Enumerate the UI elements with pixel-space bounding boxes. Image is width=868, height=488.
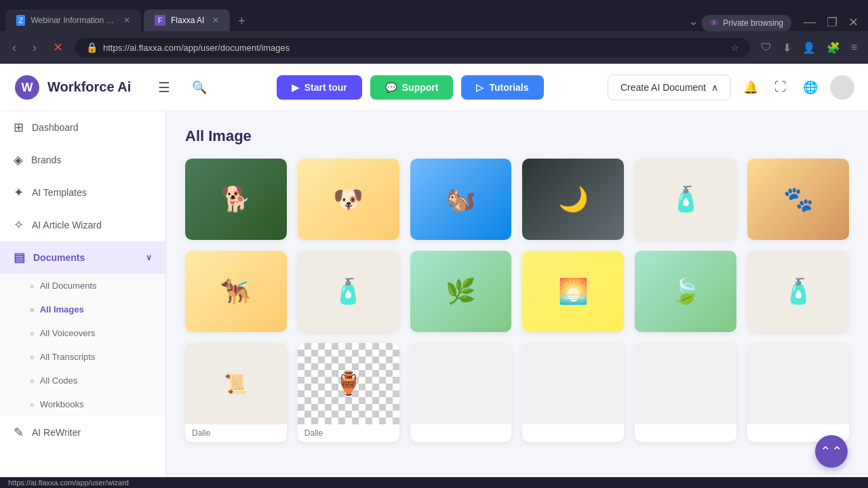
sidebar-item-workbooks[interactable]: Workbooks [0, 392, 165, 416]
sidebar-item-all-codes[interactable]: All Codes [0, 369, 165, 392]
extensions-icon[interactable]: 🧩 [824, 39, 843, 57]
brands-icon: ◈ [14, 152, 23, 167]
image-card-5[interactable]: 🧴 [635, 159, 736, 240]
tab-zoom[interactable]: Z Webinar Information - Zoom ✕ [5, 9, 141, 31]
image-thumbnail-13: 📜 [185, 343, 287, 424]
zoom-tab-close[interactable]: ✕ [123, 16, 130, 25]
tutorials-button[interactable]: ▷ Tutorials [461, 75, 543, 100]
support-label: Support [402, 82, 439, 93]
profile-icon[interactable]: 👤 [800, 39, 818, 57]
image-thumbnail-4: 🌙 [522, 159, 624, 240]
minimize-btn[interactable]: — [800, 14, 820, 31]
sidebar-item-ai-article-wizard[interactable]: ✧ AI Article Wizard [0, 209, 165, 241]
image-card-16[interactable] [522, 343, 624, 442]
image-card-12[interactable]: 🧴 [747, 251, 849, 332]
sidebar-item-all-documents[interactable]: All Documents [0, 274, 165, 298]
scroll-top-fab[interactable]: ⌃⌃ [815, 435, 848, 468]
sidebar-item-label-ai-rewriter: AI ReWriter [32, 427, 81, 438]
maximize-btn[interactable]: ❐ [823, 14, 842, 31]
image-card-2[interactable]: 🐶 [298, 159, 399, 240]
image-card-11[interactable]: 🍃 [635, 251, 736, 332]
private-browsing-badge: 👁 Private browsing [701, 15, 791, 31]
support-button[interactable]: 💬 Support [370, 75, 454, 100]
image-card-13[interactable]: 📜 Dalle [185, 343, 287, 442]
status-url: https://ai.flaxxa.com/app/user/wizard [8, 479, 129, 487]
browser-window: Z Webinar Information - Zoom ✕ F Flaxxa … [0, 0, 868, 488]
sidebar-item-all-voiceovers[interactable]: All Voiceovers [0, 321, 165, 345]
create-doc-label: Create AI Document [620, 82, 706, 93]
app-body: ⊞ Dashboard ◈ Brands ✦ AI Templates ✧ AI… [0, 111, 868, 477]
start-tour-label: Start tour [304, 82, 347, 93]
image-card-1[interactable]: 🐕 [185, 159, 287, 240]
sidebar-toggle-icon[interactable]: ☰ [153, 74, 176, 101]
notifications-icon[interactable]: 🔔 [739, 76, 762, 99]
sidebar-item-ai-templates[interactable]: ✦ AI Templates [0, 176, 165, 209]
back-button[interactable]: ‹ [8, 38, 20, 58]
flaxxa-tab-label: Flaxxa AI [171, 16, 204, 25]
image-card-18[interactable] [747, 343, 849, 442]
forward-button[interactable]: › [28, 38, 41, 58]
address-text: https://ai.flaxxa.com/app/user/document/… [103, 43, 726, 53]
start-tour-icon: ▶ [292, 82, 299, 93]
image-card-4[interactable]: 🌙 [522, 159, 624, 240]
image-thumbnail-2: 🐶 [298, 159, 399, 240]
documents-submenu: All Documents All Images All Voiceovers … [0, 274, 165, 416]
create-doc-button[interactable]: Create AI Document ∧ [608, 75, 731, 100]
image-card-17[interactable] [635, 343, 736, 442]
sidebar-item-dashboard[interactable]: ⊞ Dashboard [0, 111, 165, 144]
start-tour-button[interactable]: ▶ Start tour [277, 75, 362, 100]
image-thumbnail-5: 🧴 [635, 159, 736, 240]
image-card-15[interactable] [410, 343, 512, 442]
reload-button[interactable]: ✕ [49, 37, 67, 58]
sidebar-item-all-images[interactable]: All Images [0, 298, 165, 321]
user-avatar[interactable] [830, 75, 854, 100]
sidebar: ⊞ Dashboard ◈ Brands ✦ AI Templates ✧ AI… [0, 111, 166, 477]
sidebar-item-label-ai-templates: AI Templates [32, 187, 87, 198]
image-thumbnail-9: 🌿 [410, 251, 512, 332]
sidebar-item-brands[interactable]: ◈ Brands [0, 144, 165, 176]
image-thumbnail-6: 🐾 [747, 159, 849, 240]
image-card-14[interactable]: 🏺 Dalle [298, 343, 399, 442]
all-codes-label: All Codes [40, 375, 78, 386]
tab-flaxxa[interactable]: F Flaxxa AI ✕ [144, 9, 230, 31]
sidebar-item-documents[interactable]: ▤ Documents ∨ [0, 241, 165, 274]
search-icon[interactable]: 🔍 [186, 75, 212, 100]
all-documents-label: All Documents [40, 281, 97, 291]
image-thumbnail-11: 🍃 [635, 251, 736, 332]
sidebar-item-label-ai-article-wizard: AI Article Wizard [32, 220, 102, 230]
image-card-3[interactable]: 🐿️ [410, 159, 512, 240]
download-icon[interactable]: ⬇ [780, 39, 794, 57]
shield-icon[interactable]: 🛡 [758, 39, 774, 56]
workbooks-label: Workbooks [40, 399, 84, 409]
image-thumbnail-1: 🐕 [185, 159, 287, 240]
create-doc-chevron: ∧ [711, 82, 718, 93]
image-thumbnail-3: 🐿️ [410, 159, 512, 240]
status-bar: https://ai.flaxxa.com/app/user/wizard [0, 477, 868, 488]
menu-icon[interactable]: ≡ [848, 39, 860, 56]
new-tab-button[interactable]: + [233, 14, 251, 28]
bookmark-icon[interactable]: ☆ [731, 43, 739, 53]
secure-icon: 🔒 [86, 42, 98, 53]
fullscreen-icon[interactable]: ⛶ [770, 76, 791, 98]
flaxxa-favicon: F [155, 15, 165, 26]
tab-bar: Z Webinar Information - Zoom ✕ F Flaxxa … [0, 0, 868, 31]
language-icon[interactable]: 🌐 [799, 76, 822, 99]
image-card-9[interactable]: 🌿 [410, 251, 512, 332]
documents-icon: ▤ [14, 250, 25, 265]
image-card-10[interactable]: 🌅 [522, 251, 624, 332]
header-right: Create AI Document ∧ 🔔 ⛶ 🌐 [608, 75, 854, 100]
address-bar[interactable]: 🔒 https://ai.flaxxa.com/app/user/documen… [75, 38, 750, 57]
ai-rewriter-icon: ✎ [14, 425, 24, 440]
private-label: Private browsing [723, 18, 783, 28]
image-card-8[interactable]: 🧴 [298, 251, 399, 332]
all-voiceovers-label: All Voiceovers [40, 328, 96, 338]
close-btn[interactable]: ✕ [844, 14, 863, 31]
image-card-6[interactable]: 🐾 [747, 159, 849, 240]
dalle-label-13: Dalle [185, 424, 287, 442]
ai-templates-icon: ✦ [14, 185, 24, 200]
sidebar-item-all-transcripts[interactable]: All Transcripts [0, 345, 165, 369]
sidebar-item-ai-rewriter[interactable]: ✎ AI ReWriter [0, 416, 165, 449]
image-card-7[interactable]: 🐕‍🦺 [185, 251, 287, 332]
flaxxa-tab-close[interactable]: ✕ [212, 16, 219, 25]
tab-collapse-icon[interactable]: ⌄ [688, 14, 698, 28]
